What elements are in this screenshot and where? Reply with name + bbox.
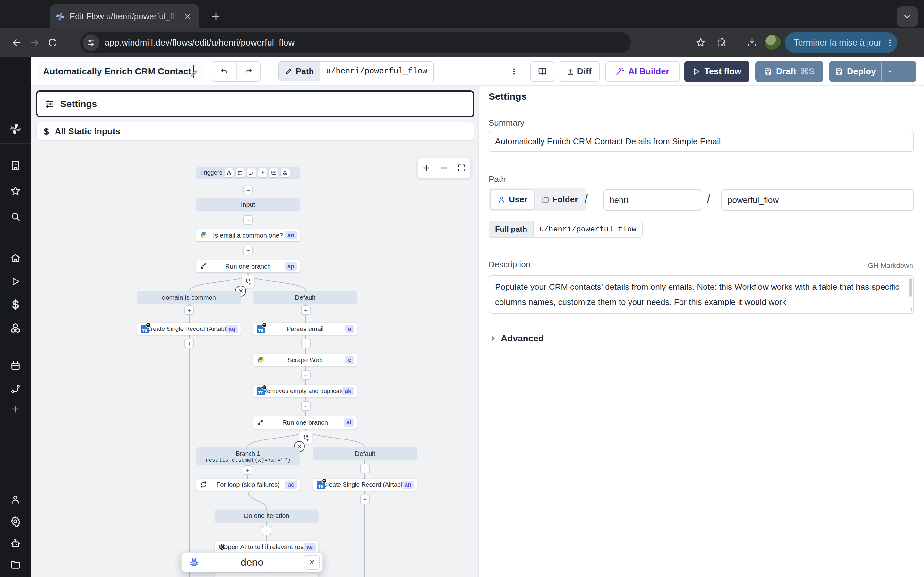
insert-step-button[interactable]	[301, 306, 310, 315]
kebab-menu-icon[interactable]	[886, 39, 894, 47]
websocket-trigger-icon[interactable]	[258, 168, 267, 177]
sidebar-item-folders[interactable]	[6, 556, 24, 574]
webhook-trigger-icon[interactable]	[225, 168, 234, 177]
download-icon[interactable]	[743, 34, 761, 52]
forward-icon[interactable]	[26, 34, 44, 52]
settings-panel-button[interactable]: Settings	[36, 90, 474, 117]
poll-trigger-icon[interactable]	[281, 168, 290, 177]
node-removes-duplicates[interactable]: TS Removes empty and duplicates ak	[254, 385, 357, 397]
node-run-one-branch-2[interactable]: Run one branch al	[254, 416, 357, 429]
insert-step-button[interactable]	[360, 495, 370, 504]
node-scrape-web[interactable]: Scrape Web c	[254, 354, 357, 366]
node-branch-default-2[interactable]: Default	[313, 448, 417, 460]
close-tooltip-button[interactable]	[304, 555, 320, 570]
url-bar[interactable]: app.windmill.dev/flows/edit/u/henri/powe…	[80, 32, 631, 53]
chevron-down-icon	[886, 68, 894, 75]
sidebar-item-home[interactable]	[6, 249, 24, 267]
deploy-button[interactable]: Deploy	[829, 61, 916, 82]
sidebar-item-resources[interactable]	[6, 319, 24, 337]
insert-step-button[interactable]	[262, 526, 271, 535]
all-static-inputs-button[interactable]: $ All Static Inputs	[36, 122, 474, 141]
advanced-section-toggle[interactable]: Advanced	[489, 334, 544, 343]
more-options-icon[interactable]	[507, 63, 520, 80]
extensions-icon[interactable]	[713, 34, 731, 52]
sidebar-item-variables[interactable]: $	[6, 295, 24, 314]
sidebar-item-workspace[interactable]	[6, 156, 24, 174]
header-path-chip[interactable]: Path u/henri/powerful_flow	[278, 61, 434, 81]
path-name-input[interactable]: powerful_flow	[721, 189, 914, 211]
undo-button[interactable]	[212, 61, 236, 81]
node-triggers[interactable]: Triggers	[196, 167, 300, 179]
zoom-out-button[interactable]	[435, 158, 453, 177]
textarea-scrollbar[interactable]	[909, 278, 912, 297]
summary-input[interactable]: Automatically Enrich CRM Contact Details…	[489, 131, 914, 152]
node-badge: ao	[284, 231, 297, 239]
insert-step-button[interactable]	[360, 464, 370, 474]
node-parses-email[interactable]: TS Parses email a	[254, 323, 357, 335]
back-icon[interactable]	[8, 34, 26, 52]
site-info-icon[interactable]	[83, 34, 99, 51]
sidebar-item-search[interactable]	[6, 208, 24, 226]
sidebar-item-workers[interactable]	[6, 534, 24, 552]
node-openai-relevance[interactable]: Open AI to tell if relevant result ae	[215, 541, 318, 553]
zoom-in-button[interactable]	[418, 158, 435, 177]
docs-book-button[interactable]	[530, 61, 554, 82]
diff-button[interactable]: ± Diff	[559, 61, 600, 82]
reload-icon[interactable]	[44, 34, 61, 52]
folder-toggle-button[interactable]: Folder	[535, 189, 584, 210]
browser-tab[interactable]: Edit Flow u/henri/powerful_flo	[50, 5, 199, 28]
path-owner-input[interactable]: henri	[603, 189, 701, 211]
fit-view-button[interactable]	[453, 158, 470, 177]
sidebar-item-favorites[interactable]	[6, 182, 24, 200]
route-trigger-icon[interactable]	[247, 168, 256, 177]
flow-title-input[interactable]: Automatically Enrich CRM Contact	[38, 61, 204, 82]
user-toggle-button[interactable]: User	[490, 189, 535, 210]
textarea-resize-handle[interactable]	[908, 308, 913, 312]
node-input[interactable]: Input	[196, 198, 300, 211]
insert-step-button[interactable]	[301, 339, 310, 348]
node-create-single-record-2[interactable]: TS Create Single Record (Airtable) an	[313, 479, 417, 491]
node-create-single-record-1[interactable]: TS Create Single Record (Airtable) aq	[137, 323, 241, 335]
insert-step-button[interactable]	[301, 401, 310, 411]
insert-step-button[interactable]	[301, 370, 310, 380]
insert-step-button[interactable]	[243, 245, 253, 255]
tab-search-button[interactable]	[897, 6, 918, 27]
insert-step-button[interactable]	[243, 215, 253, 225]
sidebar-item-settings[interactable]	[6, 512, 24, 530]
node-label: Run one branch	[254, 419, 357, 426]
description-textarea[interactable]: Populate your CRM contacts' details from…	[489, 275, 914, 314]
sidebar-item-schedules[interactable]	[6, 357, 24, 375]
email-trigger-icon[interactable]	[270, 168, 278, 177]
node-do-one-iteration[interactable]: Do one iteration	[215, 510, 318, 522]
profile-avatar[interactable]	[764, 34, 782, 51]
node-run-one-branch-1[interactable]: Run one branch ap	[196, 260, 300, 272]
node-branch-1[interactable]: Branch 1 results.c.some((x)=>x!="")	[196, 448, 300, 466]
deploy-dropdown-chevron[interactable]	[881, 61, 898, 81]
tab-close-icon[interactable]	[182, 11, 194, 22]
windmill-logo[interactable]	[6, 120, 24, 138]
settings-pane: Settings Summary Automatically Enrich CR…	[478, 86, 924, 577]
draft-button[interactable]: Draft ⌘S	[755, 61, 823, 82]
test-flow-button[interactable]: Test flow	[684, 61, 750, 82]
node-for-loop[interactable]: For loop (skip failures) ac	[196, 479, 300, 491]
browser-update-button[interactable]: Terminer la mise à jour	[785, 32, 897, 53]
all-static-inputs-label: All Static Inputs	[55, 127, 120, 137]
sidebar-item-add[interactable]	[6, 400, 24, 418]
schedule-trigger-icon[interactable]	[236, 168, 245, 177]
node-is-email-common[interactable]: Is email a common one? ao	[196, 229, 300, 242]
ai-builder-button[interactable]: AI Builder	[605, 61, 680, 82]
sidebar-item-runs[interactable]	[6, 272, 24, 290]
markdown-hint: GH Markdown	[868, 261, 913, 270]
bookmark-star-icon[interactable]	[692, 34, 710, 52]
sidebar-item-routes[interactable]	[6, 380, 24, 398]
insert-step-button[interactable]	[243, 185, 253, 195]
insert-step-button[interactable]	[184, 306, 194, 315]
sidebar-item-users[interactable]	[6, 490, 24, 508]
node-partial-bottom[interactable]	[215, 574, 318, 577]
insert-step-button[interactable]	[184, 339, 194, 348]
insert-step-button[interactable]	[242, 466, 252, 475]
new-tab-button[interactable]	[208, 8, 224, 24]
redo-button[interactable]	[236, 61, 260, 81]
node-branch-default-1[interactable]: Default	[254, 292, 357, 303]
node-branch-domain-is-common[interactable]: domain is common	[137, 292, 241, 303]
